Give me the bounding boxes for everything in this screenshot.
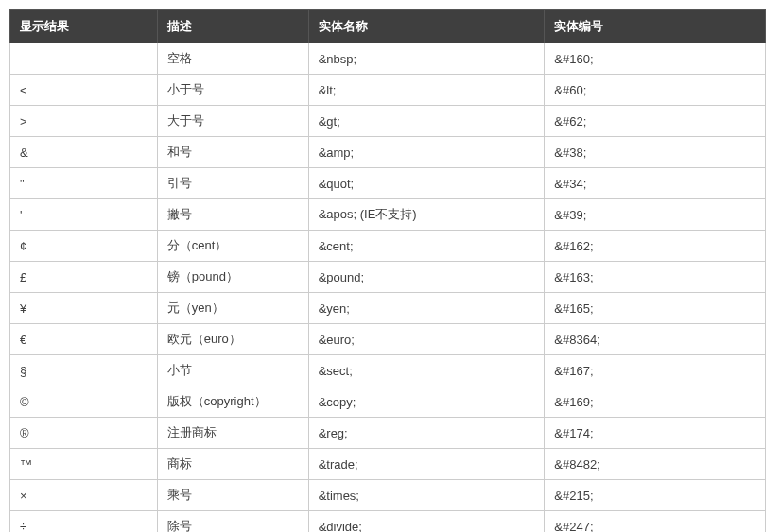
col-header-result: 显示结果 xyxy=(10,10,158,43)
cell-desc: 小于号 xyxy=(157,75,308,106)
table-row: <小于号&lt;&#60; xyxy=(10,75,766,106)
table-row: €欧元（euro）&euro;&#8364; xyxy=(10,324,766,355)
cell-result: < xyxy=(10,75,158,106)
cell-desc: 引号 xyxy=(157,168,308,199)
cell-code: &#8482; xyxy=(545,449,766,480)
cell-result: © xyxy=(10,386,158,418)
cell-code: &#8364; xyxy=(545,324,766,355)
cell-name: &yen; xyxy=(308,293,545,324)
cell-result: > xyxy=(10,106,158,137)
table-row: ©版权（copyright）&copy;&#169; xyxy=(10,386,766,418)
entity-table: 显示结果 描述 实体名称 实体编号 空格&nbsp;&#160;<小于号&lt;… xyxy=(9,9,766,532)
table-body: 空格&nbsp;&#160;<小于号&lt;&#60;>大于号&gt;&#62;… xyxy=(10,43,766,533)
cell-code: &#62; xyxy=(545,106,766,137)
cell-desc: 除号 xyxy=(157,511,308,533)
cell-code: &#169; xyxy=(545,386,766,418)
cell-result: & xyxy=(10,137,158,168)
cell-result: × xyxy=(10,480,158,511)
table-row: §小节&sect;&#167; xyxy=(10,355,766,386)
cell-name: &cent; xyxy=(308,231,545,262)
cell-name: &euro; xyxy=(308,324,545,355)
cell-name: &quot; xyxy=(308,168,545,199)
cell-result: ¥ xyxy=(10,293,158,324)
cell-desc: 注册商标 xyxy=(157,418,308,449)
cell-name: &amp; xyxy=(308,137,545,168)
table-row: >大于号&gt;&#62; xyxy=(10,106,766,137)
cell-desc: 空格 xyxy=(157,43,308,75)
col-header-name: 实体名称 xyxy=(308,10,545,43)
cell-desc: 乘号 xyxy=(157,480,308,511)
cell-name: &gt; xyxy=(308,106,545,137)
table-row: ×乘号&times;&#215; xyxy=(10,480,766,511)
cell-result: ' xyxy=(10,199,158,231)
cell-result: ® xyxy=(10,418,158,449)
cell-desc: 镑（pound） xyxy=(157,262,308,293)
cell-code: &#165; xyxy=(545,293,766,324)
cell-code: &#174; xyxy=(545,418,766,449)
cell-name: &reg; xyxy=(308,418,545,449)
cell-name: &nbsp; xyxy=(308,43,545,75)
table-row: ¢分（cent）&cent;&#162; xyxy=(10,231,766,262)
cell-result: ™ xyxy=(10,449,158,480)
cell-code: &#38; xyxy=(545,137,766,168)
cell-desc: 和号 xyxy=(157,137,308,168)
cell-result: ÷ xyxy=(10,511,158,533)
table-row: ™商标&trade;&#8482; xyxy=(10,449,766,480)
table-row: £镑（pound）&pound;&#163; xyxy=(10,262,766,293)
cell-result: € xyxy=(10,324,158,355)
cell-name: &lt; xyxy=(308,75,545,106)
cell-result: £ xyxy=(10,262,158,293)
table-header: 显示结果 描述 实体名称 实体编号 xyxy=(10,10,766,43)
cell-code: &#167; xyxy=(545,355,766,386)
table-row: ÷除号&divide;&#247; xyxy=(10,511,766,533)
table-row: 空格&nbsp;&#160; xyxy=(10,43,766,75)
cell-code: &#34; xyxy=(545,168,766,199)
table-row: &和号&amp;&#38; xyxy=(10,137,766,168)
cell-name: &divide; xyxy=(308,511,545,533)
cell-code: &#162; xyxy=(545,231,766,262)
cell-code: &#247; xyxy=(545,511,766,533)
cell-desc: 版权（copyright） xyxy=(157,386,308,418)
cell-name: &apos; (IE不支持) xyxy=(308,199,545,231)
col-header-desc: 描述 xyxy=(157,10,308,43)
cell-desc: 大于号 xyxy=(157,106,308,137)
cell-code: &#160; xyxy=(545,43,766,75)
cell-result: " xyxy=(10,168,158,199)
table-row: "引号&quot;&#34; xyxy=(10,168,766,199)
cell-desc: 元（yen） xyxy=(157,293,308,324)
cell-desc: 欧元（euro） xyxy=(157,324,308,355)
cell-desc: 小节 xyxy=(157,355,308,386)
cell-desc: 撇号 xyxy=(157,199,308,231)
cell-name: &times; xyxy=(308,480,545,511)
cell-result xyxy=(10,43,158,75)
table-row: ®注册商标&reg;&#174; xyxy=(10,418,766,449)
cell-name: &pound; xyxy=(308,262,545,293)
cell-result: § xyxy=(10,355,158,386)
cell-name: &copy; xyxy=(308,386,545,418)
cell-name: &trade; xyxy=(308,449,545,480)
cell-code: &#39; xyxy=(545,199,766,231)
cell-desc: 分（cent） xyxy=(157,231,308,262)
cell-desc: 商标 xyxy=(157,449,308,480)
col-header-code: 实体编号 xyxy=(545,10,766,43)
cell-code: &#60; xyxy=(545,75,766,106)
cell-code: &#163; xyxy=(545,262,766,293)
table-row: '撇号&apos; (IE不支持)&#39; xyxy=(10,199,766,231)
cell-name: &sect; xyxy=(308,355,545,386)
cell-result: ¢ xyxy=(10,231,158,262)
cell-code: &#215; xyxy=(545,480,766,511)
table-row: ¥元（yen）&yen;&#165; xyxy=(10,293,766,324)
